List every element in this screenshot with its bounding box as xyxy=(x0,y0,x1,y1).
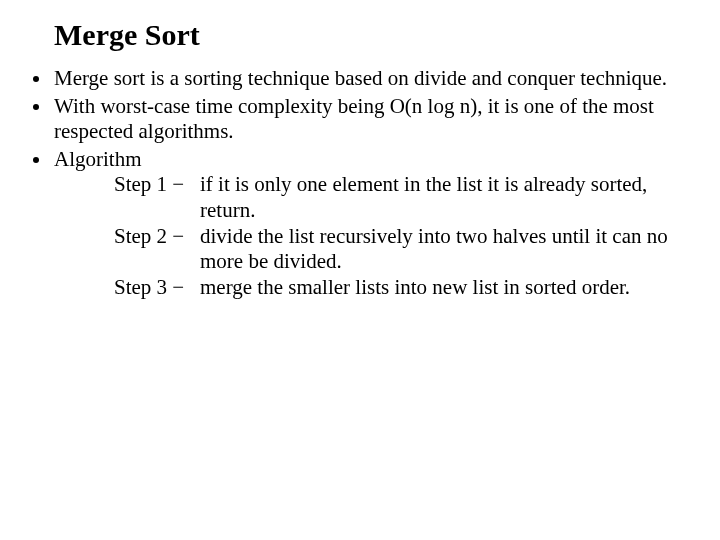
step-body: merge the smaller lists into new list in… xyxy=(200,275,692,301)
list-item: Algorithm Step 1 − if it is only one ele… xyxy=(52,147,692,301)
bullet-text: Algorithm xyxy=(54,147,142,171)
bullet-text: With worst-case time complexity being Ο(… xyxy=(54,94,654,144)
step-body: divide the list recursively into two hal… xyxy=(200,224,692,275)
list-item: Merge sort is a sorting technique based … xyxy=(52,66,692,92)
list-item: With worst-case time complexity being Ο(… xyxy=(52,94,692,145)
algorithm-steps: Step 1 − if it is only one element in th… xyxy=(54,172,692,300)
step-label: Step 1 − xyxy=(114,172,200,223)
step-body: if it is only one element in the list it… xyxy=(200,172,692,223)
step-row: Step 3 − merge the smaller lists into ne… xyxy=(114,275,692,301)
step-row: Step 1 − if it is only one element in th… xyxy=(114,172,692,223)
step-label: Step 3 − xyxy=(114,275,200,301)
step-label: Step 2 − xyxy=(114,224,200,275)
page-title: Merge Sort xyxy=(54,18,692,52)
bullet-text: Merge sort is a sorting technique based … xyxy=(54,66,667,90)
step-row: Step 2 − divide the list recursively int… xyxy=(114,224,692,275)
bullet-list: Merge sort is a sorting technique based … xyxy=(18,66,692,300)
slide: Merge Sort Merge sort is a sorting techn… xyxy=(0,0,720,540)
